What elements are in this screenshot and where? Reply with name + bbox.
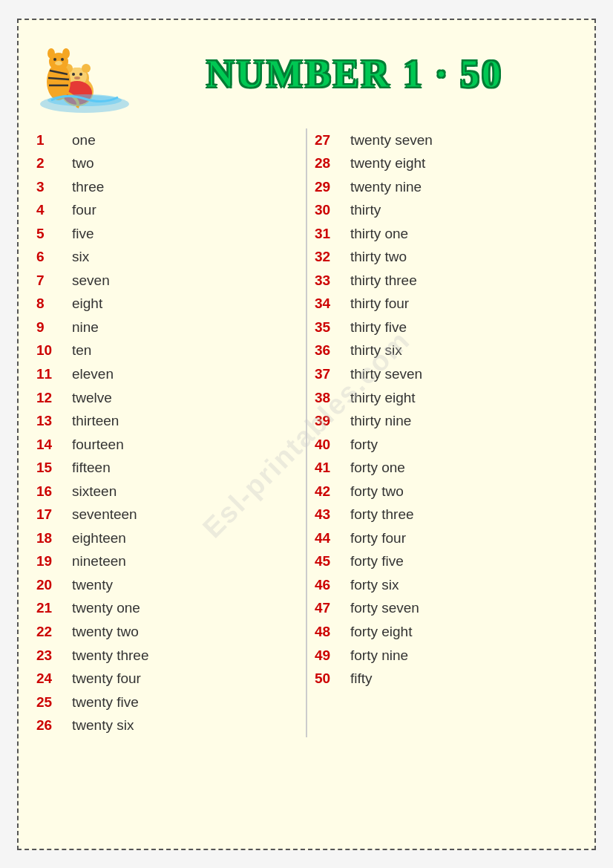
number-word: seven <box>72 270 110 291</box>
number-word: twenty three <box>72 645 149 666</box>
number-word: thirty five <box>350 317 407 338</box>
number-row: 50fifty <box>315 667 577 691</box>
number-row: 32thirty two <box>315 245 577 269</box>
number-digit: 15 <box>36 457 65 478</box>
number-row: 42forty two <box>315 480 577 503</box>
number-word: thirty one <box>350 223 408 244</box>
svg-point-4 <box>72 73 75 76</box>
number-word: thirty six <box>350 340 402 361</box>
number-word: forty one <box>350 457 405 478</box>
number-word: forty six <box>350 575 399 595</box>
number-row: 41forty one <box>315 456 577 480</box>
number-word: nineteen <box>72 551 126 572</box>
svg-point-19 <box>62 48 70 59</box>
number-row: 20twenty <box>36 573 298 597</box>
number-word: thirty four <box>350 293 409 314</box>
svg-point-16 <box>61 58 64 61</box>
number-word: thirty <box>350 200 381 221</box>
number-digit: 19 <box>36 551 65 572</box>
number-row: 47forty seven <box>315 596 577 620</box>
number-word: twenty one <box>72 598 140 619</box>
number-digit: 43 <box>315 504 343 525</box>
number-word: forty <box>350 434 378 455</box>
number-row: 17seventeen <box>36 503 298 526</box>
number-row: 30thirty <box>315 198 577 222</box>
number-digit: 32 <box>315 247 343 267</box>
number-word: thirty seven <box>350 364 422 385</box>
number-digit: 33 <box>315 270 343 291</box>
number-digit: 24 <box>36 668 65 689</box>
page-title: NUMBER 1 · 50 <box>133 52 577 96</box>
number-word: forty nine <box>350 645 408 666</box>
number-word: forty four <box>350 528 406 549</box>
number-word: eight <box>72 293 102 314</box>
number-word: three <box>72 177 104 198</box>
number-digit: 50 <box>315 668 343 689</box>
number-word: twenty nine <box>350 177 422 198</box>
number-digit: 34 <box>315 293 343 314</box>
number-digit: 35 <box>315 317 343 338</box>
page: Esl-printables.com <box>17 19 596 850</box>
number-digit: 30 <box>315 200 343 221</box>
number-digit: 25 <box>36 692 65 713</box>
svg-point-15 <box>53 58 56 61</box>
right-column: 27twenty seven28twenty eight29twenty nin… <box>315 128 577 737</box>
number-digit: 36 <box>315 340 343 361</box>
number-digit: 13 <box>36 411 65 431</box>
number-row: 33thirty three <box>315 269 577 293</box>
number-word: thirty two <box>350 247 407 267</box>
number-digit: 11 <box>36 364 65 385</box>
number-row: 16sixteen <box>36 480 298 503</box>
number-digit: 44 <box>315 528 343 549</box>
number-word: twenty five <box>72 692 139 713</box>
number-digit: 27 <box>315 130 343 151</box>
number-row: 5five <box>36 222 298 246</box>
number-digit: 17 <box>36 504 65 525</box>
number-row: 27twenty seven <box>315 128 577 152</box>
number-row: 25 twenty five <box>36 691 298 714</box>
number-row: 43forty three <box>315 503 577 526</box>
number-row: 14fourteen <box>36 433 298 457</box>
number-row: 28twenty eight <box>315 151 577 175</box>
number-row: 6six <box>36 245 298 269</box>
number-row: 36thirty six <box>315 339 577 362</box>
number-digit: 40 <box>315 434 343 455</box>
number-row: 24twenty four <box>36 667 298 691</box>
number-row: 31thirty one <box>315 222 577 246</box>
number-word: sixteen <box>72 481 117 502</box>
number-word: eighteen <box>72 528 126 549</box>
number-word: forty seven <box>350 598 419 619</box>
number-digit: 8 <box>36 293 65 314</box>
number-word: thirty nine <box>350 411 411 431</box>
number-digit: 31 <box>315 223 343 244</box>
number-row: 23twenty three <box>36 644 298 668</box>
number-word: fifteen <box>72 457 111 478</box>
number-digit: 16 <box>36 481 65 502</box>
number-row: 22twenty two <box>36 620 298 644</box>
svg-point-18 <box>47 48 55 59</box>
svg-point-8 <box>82 64 91 73</box>
number-digit: 28 <box>315 153 343 174</box>
characters-image <box>36 33 133 115</box>
number-row: 38thirty eight <box>315 386 577 410</box>
number-word: thirty three <box>350 270 417 291</box>
number-row: 3three <box>36 175 298 199</box>
number-digit: 6 <box>36 247 65 267</box>
number-digit: 41 <box>315 457 343 478</box>
number-word: four <box>72 200 96 221</box>
number-digit: 37 <box>315 364 343 385</box>
number-row: 8eight <box>36 292 298 316</box>
number-row: 48forty eight <box>315 620 577 644</box>
number-word: eleven <box>72 364 114 385</box>
number-word: twenty seven <box>350 130 433 151</box>
number-row: 11eleven <box>36 362 298 386</box>
number-digit: 29 <box>315 177 343 198</box>
number-digit: 10 <box>36 340 65 361</box>
number-digit: 23 <box>36 645 65 666</box>
svg-point-6 <box>74 76 80 79</box>
number-word: forty eight <box>350 621 412 642</box>
number-word: twenty four <box>72 668 141 689</box>
number-row: 1one <box>36 128 298 152</box>
number-digit: 38 <box>315 388 343 408</box>
number-row: 26 twenty six <box>36 714 298 737</box>
